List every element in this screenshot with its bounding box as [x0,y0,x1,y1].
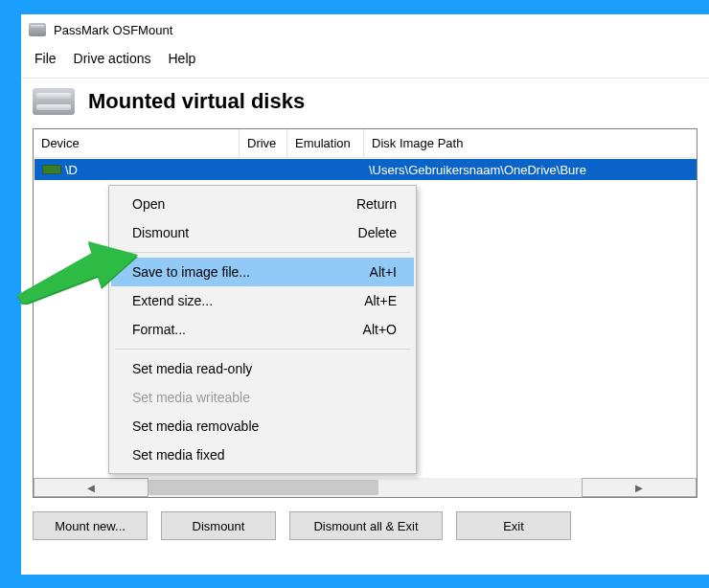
disk-icon [42,165,61,174]
scroll-left-button[interactable]: ◄ [34,478,149,497]
menu-drive-actions[interactable]: Drive actions [74,51,151,66]
dismount-all-exit-button[interactable]: Dismount all & Exit [289,511,443,540]
context-menu-item[interactable]: Extend size...Alt+E [111,286,414,315]
mount-new-button[interactable]: Mount new... [33,511,148,540]
table-header-row: Device Drive Emulation Disk Image Path [34,129,697,158]
context-menu-item[interactable]: Save to image file...Alt+I [111,258,414,286]
scroll-thumb[interactable] [149,480,378,495]
menubar: File Drive actions Help [21,45,709,78]
context-menu-separator [115,252,410,253]
col-drive[interactable]: Drive [240,129,287,157]
footer-buttons: Mount new... Dismount Dismount all & Exi… [21,498,709,554]
scroll-track[interactable] [149,478,582,497]
context-menu-label: Set media writeable [132,390,397,405]
cell-device-text: \D [65,163,78,177]
window-title: PassMark OSFMount [54,23,172,37]
col-device[interactable]: Device [34,129,240,157]
context-menu-label: Save to image file... [132,264,370,280]
context-menu-accelerator: Return [356,196,397,212]
context-menu-label: Set media removable [132,418,397,434]
dismount-button[interactable]: Dismount [161,511,276,540]
scroll-right-button[interactable]: ► [582,478,697,497]
context-menu-label: Open [132,196,356,212]
context-menu-label: Set media read-only [132,361,397,376]
context-menu-item[interactable]: DismountDelete [111,218,414,247]
section-header: Mounted virtual disks [21,79,709,128]
titlebar: PassMark OSFMount [21,14,709,45]
context-menu-accelerator: Alt+O [363,322,397,337]
cell-path: \Users\Gebruikersnaam\OneDrive\Bure [365,163,697,177]
col-emulation[interactable]: Emulation [287,129,364,157]
context-menu-label: Set media fixed [132,447,397,463]
app-icon [29,23,46,36]
context-menu-accelerator: Delete [358,225,397,240]
exit-button[interactable]: Exit [456,511,571,540]
context-menu-item[interactable]: Format...Alt+O [111,315,414,344]
context-menu-item: Set media writeable [111,383,414,412]
table-row[interactable]: \D \Users\Gebruikersnaam\OneDrive\Bure [34,159,697,180]
context-menu-item[interactable]: OpenReturn [111,190,414,218]
context-menu-item[interactable]: Set media fixed [111,441,414,469]
context-menu[interactable]: OpenReturnDismountDeleteSave to image fi… [108,185,417,474]
section-title: Mounted virtual disks [88,89,305,114]
horizontal-scrollbar[interactable]: ◄ ► [34,478,697,497]
menu-file[interactable]: File [34,51,57,66]
context-menu-accelerator: Alt+I [370,264,397,280]
context-menu-item[interactable]: Set media read-only [111,354,414,383]
col-path[interactable]: Disk Image Path [364,129,697,157]
context-menu-label: Extend size... [132,293,364,308]
context-menu-label: Dismount [132,225,358,240]
context-menu-label: Format... [132,322,363,337]
context-menu-item[interactable]: Set media removable [111,412,414,441]
drive-stack-icon [33,88,75,115]
context-menu-accelerator: Alt+E [364,293,397,308]
cell-device: \D [34,163,240,177]
menu-help[interactable]: Help [168,51,195,66]
context-menu-separator [115,349,410,350]
